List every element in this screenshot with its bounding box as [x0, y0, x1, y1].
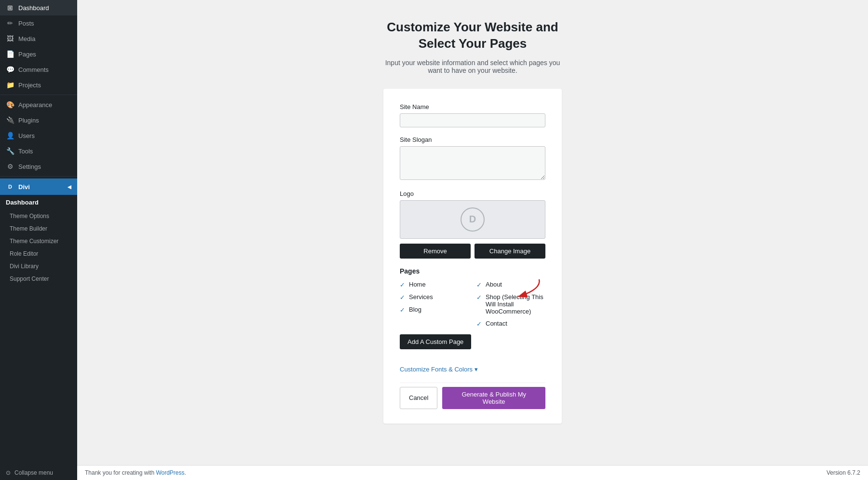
tools-icon: 🔧: [6, 147, 14, 155]
page-label-home: Home: [409, 281, 426, 288]
form-footer: Cancel Generate & Publish My Website: [400, 383, 545, 409]
sidebar-item-users[interactable]: 👤 Users: [0, 128, 77, 143]
sidebar-item-label: Users: [18, 132, 35, 139]
sidebar-item-tools[interactable]: 🔧 Tools: [0, 143, 77, 159]
pages-section-label: Pages: [400, 267, 545, 275]
check-home-icon: ✓: [400, 281, 405, 288]
sidebar-item-media[interactable]: 🖼 Media: [0, 31, 77, 46]
sidebar-item-label: Posts: [18, 20, 34, 27]
sidebar-item-projects[interactable]: 📁 Projects: [0, 77, 77, 93]
site-slogan-input[interactable]: [400, 146, 545, 180]
pages-col-2: ✓ About: [476, 281, 545, 328]
remove-logo-button[interactable]: Remove: [400, 244, 471, 259]
check-contact-icon: ✓: [476, 320, 482, 328]
logo-circle: D: [461, 207, 485, 232]
site-name-input[interactable]: [400, 113, 545, 127]
sidebar-item-label: Media: [18, 35, 35, 42]
site-slogan-label: Site Slogan: [400, 136, 545, 143]
sidebar-item-plugins[interactable]: 🔌 Plugins: [0, 112, 77, 128]
dropdown-arrow-icon: ▾: [475, 366, 478, 373]
page-check-home: ✓ Home: [400, 281, 469, 288]
pages-group: Pages ✓ Home ✓ Services: [400, 267, 545, 357]
pages-grid: ✓ Home ✓ Services ✓ Blog: [400, 281, 545, 328]
sidebar-item-posts[interactable]: ✏ Posts: [0, 15, 77, 31]
customize-fonts-link[interactable]: Customize Fonts & Colors ▾: [400, 366, 478, 373]
sidebar-item-label: Comments: [18, 66, 49, 73]
divi-sub-role-editor[interactable]: Role Editor: [0, 247, 77, 260]
sidebar: ⊞ Dashboard ✏ Posts 🖼 Media 📄 Pages 💬 Co…: [0, 0, 77, 480]
page-label-blog: Blog: [409, 306, 421, 313]
main-area: Customize Your Website and Select Your P…: [77, 0, 868, 480]
dashboard-icon: ⊞: [6, 4, 14, 12]
divi-sub-divi-library[interactable]: Divi Library: [0, 260, 77, 273]
site-slogan-group: Site Slogan: [400, 136, 545, 181]
page-label-contact: Contact: [486, 320, 507, 327]
check-blog-icon: ✓: [400, 306, 405, 314]
add-custom-page-button[interactable]: Add A Custom Page: [400, 334, 471, 349]
page-check-about: ✓ About: [476, 281, 545, 288]
comments-icon: 💬: [6, 66, 14, 73]
divi-sub-theme-builder[interactable]: Theme Builder: [0, 222, 77, 235]
sidebar-item-settings[interactable]: ⚙ Settings: [0, 159, 77, 174]
users-icon: 👤: [6, 132, 14, 139]
site-name-group: Site Name: [400, 103, 545, 127]
pages-col-1: ✓ Home ✓ Services ✓ Blog: [400, 281, 469, 328]
divi-icon: D: [6, 182, 14, 191]
media-icon: 🖼: [6, 35, 14, 42]
customize-fonts-label: Customize Fonts & Colors: [400, 366, 473, 373]
page-check-shop: ✓ Shop (Selecting This Will Install WooC…: [476, 293, 545, 315]
version-text: Version 6.7.2: [827, 469, 860, 476]
appearance-icon: 🎨: [6, 101, 14, 109]
page-subtitle: Input your website information and selec…: [381, 59, 564, 74]
site-name-label: Site Name: [400, 103, 545, 110]
page-check-services: ✓ Services: [400, 293, 469, 301]
logo-label: Logo: [400, 190, 545, 197]
page-title: Customize Your Website and Select Your P…: [387, 19, 558, 52]
logo-group: Logo D Remove Change Image: [400, 190, 545, 259]
sidebar-item-appearance[interactable]: 🎨 Appearance: [0, 97, 77, 112]
page-center: Customize Your Website and Select Your P…: [77, 0, 868, 453]
chevron-right-icon: ◀: [68, 184, 71, 190]
settings-icon: ⚙: [6, 163, 14, 170]
page-label-services: Services: [409, 293, 433, 301]
main-content: Customize Your Website and Select Your P…: [77, 0, 868, 465]
cancel-button[interactable]: Cancel: [400, 387, 437, 409]
pages-icon: 📄: [6, 50, 14, 58]
logo-area: D: [400, 200, 545, 239]
plugins-icon: 🔌: [6, 116, 14, 124]
publish-button[interactable]: Generate & Publish My Website: [442, 387, 545, 409]
check-about-icon: ✓: [476, 281, 482, 288]
check-shop-icon: ✓: [476, 294, 482, 301]
posts-icon: ✏: [6, 19, 14, 27]
sidebar-item-label: Tools: [18, 148, 33, 155]
wordpress-link[interactable]: WordPress: [156, 469, 184, 476]
sidebar-item-pages[interactable]: 📄 Pages: [0, 46, 77, 62]
collapse-menu-button[interactable]: ⊙ Collapse menu: [0, 466, 77, 480]
check-services-icon: ✓: [400, 294, 405, 301]
projects-icon: 📁: [6, 81, 14, 89]
page-label-about: About: [486, 281, 502, 288]
sidebar-item-label: Plugins: [18, 117, 39, 124]
page-check-blog: ✓ Blog: [400, 306, 469, 314]
form-card: Site Name Site Slogan Logo D: [383, 89, 562, 424]
divi-sub-theme-customizer[interactable]: Theme Customizer: [0, 235, 77, 247]
sidebar-item-label: Dashboard: [18, 4, 49, 12]
divi-sub-support-center[interactable]: Support Center: [0, 273, 77, 285]
customize-fonts-row: Customize Fonts & Colors ▾: [400, 366, 545, 383]
sidebar-item-comments[interactable]: 💬 Comments: [0, 62, 77, 77]
footer-bar: Thank you for creating with WordPress. V…: [77, 465, 868, 480]
collapse-menu-label: Collapse menu: [14, 469, 53, 476]
footer-text: Thank you for creating with WordPress.: [85, 469, 186, 476]
logo-buttons: Remove Change Image: [400, 244, 545, 259]
divi-sub-theme-options[interactable]: Theme Options: [0, 210, 77, 222]
sidebar-item-label: Settings: [18, 163, 41, 170]
change-image-button[interactable]: Change Image: [475, 244, 545, 259]
divi-dashboard-label: Dashboard: [0, 195, 77, 210]
sidebar-item-label: Projects: [18, 82, 41, 89]
divi-menu-header[interactable]: D Divi ◀: [0, 178, 77, 195]
collapse-icon: ⊙: [6, 469, 11, 476]
page-check-contact: ✓ Contact: [476, 320, 545, 328]
page-label-shop: Shop (Selecting This Will Install WooCom…: [486, 293, 545, 315]
divi-label: Divi: [18, 183, 30, 191]
sidebar-item-dashboard[interactable]: ⊞ Dashboard: [0, 0, 77, 15]
